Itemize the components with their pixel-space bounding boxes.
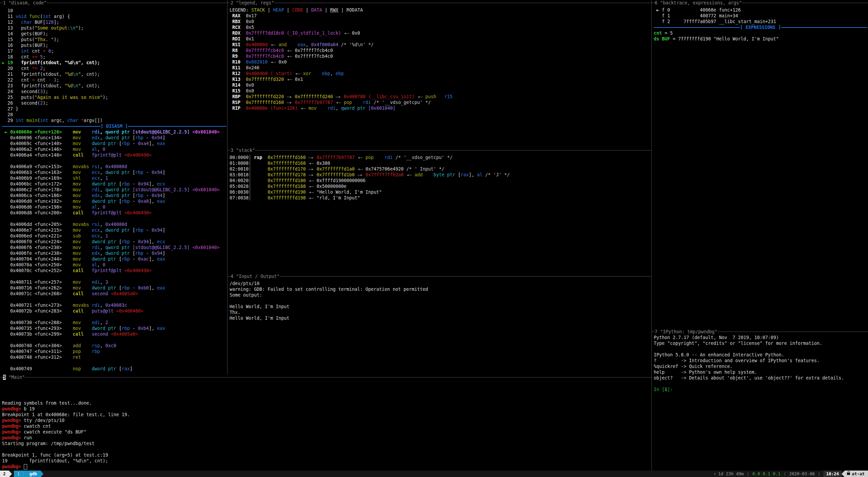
pane-main-gdb: 5 "Main" Reading symbols from test...don… xyxy=(0,374,651,471)
terminal-line: 0x40071c <func+268> call second <0x4005a… xyxy=(2,291,227,297)
gdb-console-content[interactable]: Reading symbols from test...done.pwndbg>… xyxy=(2,400,651,470)
terminal-line: 0x400704 <func+244> mov dword ptr [rbp -… xyxy=(2,256,227,262)
terminal-line: 03:0018│ 0x7fffffffd178 —▸ 0x7fffffffd1b… xyxy=(230,172,651,178)
pane-title-main: 5 "Main" xyxy=(0,374,651,380)
terminal-line: Hello World, I'm Input xyxy=(230,304,651,310)
terminal-line: R14 0x0 xyxy=(230,82,651,88)
border-line xyxy=(228,3,231,3)
powerline-arrow-icon xyxy=(40,471,43,477)
terminal-line: 24 second(3); xyxy=(2,89,227,94)
terminal-line: 17 int cnt = 0; xyxy=(2,48,227,54)
backtrace-content[interactable]: ► f 0 40068e func+126 f 1 400772 main+34… xyxy=(654,7,867,42)
terminal-line: 0x400740 <func+304> add rsp, 0xc0 xyxy=(2,343,227,349)
terminal-line: ► 0x40068e <func+126> mov rdi, qword ptr… xyxy=(2,129,227,135)
terminal-line: 0x4006ed <func+221> sub ecx, 1 xyxy=(2,233,227,239)
terminal-line: RDX 0x7ffff7dd18c0 (_IO_stdfile_1_lock) … xyxy=(230,30,651,36)
stack-content[interactable]: 00:0000│ rsp 0x7fffffffd160 —▸ 0x7ffff7b… xyxy=(230,155,651,201)
terminal-line: RCX 0x5 xyxy=(230,24,651,30)
pane-legend-regs: 2 "legend, regs" LEGEND: STACK | HEAP | … xyxy=(228,0,651,147)
terminal-line: 0x4006c2 <func+178> mov rdi, qword ptr [… xyxy=(2,187,227,193)
terminal-line: 0x4006a4 <func+148> call fprintf@plt <0x… xyxy=(2,152,227,158)
terminal-line: 14 gets(BUF); xyxy=(2,31,227,37)
registers-content[interactable]: LEGEND: STACK | HEAP | CODE | DATA | RWX… xyxy=(230,7,651,111)
terminal-line: 0x40069c <func+140> mov dword ptr [rbp -… xyxy=(2,141,227,146)
terminal-line: 0x4006b3 <func+163> mov ecx, dword ptr [… xyxy=(2,170,227,175)
pane-name: "disasm, code" xyxy=(6,0,47,5)
window-name: gdb xyxy=(30,471,37,477)
window-number: 1 xyxy=(17,471,20,477)
pane-title-ipython: 7 "IPython: tmp/pwndbg" xyxy=(652,329,868,335)
terminal-line: 10 xyxy=(2,8,227,14)
chevron-left-icon: ⟨ xyxy=(815,471,824,476)
pane-number: 7 xyxy=(655,329,657,334)
terminal-line: R13 0x7fffffffd320 ◂— 0x1 xyxy=(230,76,651,82)
terminal-line: RSI 0x40080d ◂— and eax, 0x4f000a64 /* '… xyxy=(230,42,651,48)
pane-name: "legend, regs" xyxy=(233,0,274,5)
terminal-line: Python 2.7.17 (default, Nov 7 2019, 10:0… xyxy=(654,335,867,340)
chevron-left-icon: ⟨ xyxy=(780,471,789,476)
terminal-line: 0x4006a2 <func+146> mov al, 0 xyxy=(2,146,227,152)
terminal-line: 0x400711 <func+257> mov edi, 3 xyxy=(2,279,227,285)
terminal-line: 21 fprintf(stdout, "%d\n", cnt); xyxy=(2,71,227,77)
pane-title-disasm-code: 1 "disasm, code" xyxy=(0,0,227,6)
pane-name: "Main" xyxy=(6,375,25,380)
terminal-line: Reading symbols from test...done. xyxy=(2,400,651,406)
terminal-line: Starting program: /tmp/pwndbg/test xyxy=(2,441,651,446)
hostname-text: at-at xyxy=(852,471,865,477)
terminal-line: 0x400696 <func+134> mov edx, dword ptr [… xyxy=(2,135,227,141)
pane-title-stack: 3 "stack" xyxy=(228,147,651,153)
terminal-line: 0x4006f6 <func+230> mov rdi, qword ptr [… xyxy=(2,245,227,250)
terminal-line: 0x400749 nop dword ptr [rax] xyxy=(2,366,227,372)
terminal-line: RAX 0x17 xyxy=(230,13,651,19)
pane-number-active: 5 xyxy=(3,375,6,380)
terminal-line: 0x4006a9 <func+153> movabs rsi, 0x40080d xyxy=(2,164,227,170)
border-line xyxy=(228,276,231,277)
terminal-line: 0x4006f0 <func+224> mov dword ptr [rbp -… xyxy=(2,239,227,245)
terminal-line: 0x4006e7 <func+215> mov ecx, dword ptr [… xyxy=(2,227,227,233)
terminal-line: pwndbg> cwatch execute "ds BUF" xyxy=(2,429,651,435)
uptime-value: 1d 23h 49m xyxy=(718,471,744,476)
terminal-line: 01:0008│ 0x7fffffffd168 ◂— 0x380 xyxy=(230,160,651,166)
terminal-line xyxy=(2,360,227,366)
section-separator: [ DISASM ] xyxy=(2,123,227,129)
terminal-line: 18 cnt += 5; xyxy=(2,54,227,60)
border-line xyxy=(652,3,655,3)
terminal-line: LEGEND: STACK | HEAP | CODE | DATA | RWX… xyxy=(230,7,651,13)
terminal-line: 27 } xyxy=(2,106,227,112)
terminal-line: Some output: xyxy=(230,292,651,298)
terminal-line: f 1 400772 main+34 xyxy=(654,13,867,19)
terminal-line: 0x40073b <func+299> call second <0x4005a… xyxy=(2,331,227,337)
pane-number: 4 xyxy=(231,274,233,279)
session-name-badge[interactable]: 2 xyxy=(0,471,9,477)
disasm-code-content[interactable]: 10 11 void func(int arg) { 12 char BUF[1… xyxy=(2,8,227,372)
terminal-line: 05:0028│ 0x7fffffffd188 ◂— 0x50000000e xyxy=(230,183,651,189)
lock-icon xyxy=(847,473,850,475)
border-line xyxy=(0,3,3,3)
window-tab-gdb[interactable]: 1〉gdb xyxy=(14,471,41,477)
terminal-line: 28 xyxy=(2,112,227,118)
terminal-line: Breakpoint 1, func (arg=5) at test.c:19 xyxy=(2,452,651,458)
program-output-content[interactable]: /dev/pts/10warning: GDB: Failed to set c… xyxy=(230,281,651,321)
status-right: ↑ 1d 23h 49m ⟨ 0.0 0.1 0.1 ⟨ 2020-03-06 … xyxy=(711,471,868,477)
date-value: 2020-03-06 xyxy=(789,471,815,476)
terminal-line: 0x400721 <func+273> movabs rdi, 0x40083c xyxy=(2,302,227,308)
terminal-line: Breakpoint 1 at 0x40068e: file test.c, l… xyxy=(2,412,651,418)
terminal-line: 25 puts("Again as it was so nice"); xyxy=(2,94,227,100)
terminal-line: f 2 7ffff7a05b97 __libc_start_main+231 xyxy=(654,19,867,24)
pane-ipython: 7 "IPython: tmp/pwndbg" Python 2.7.17 (d… xyxy=(651,329,868,471)
hostname-badge: at-at xyxy=(845,471,868,477)
terminal-line: pwndbg> b 19 xyxy=(2,406,651,412)
terminal-line: R11 0x246 xyxy=(230,65,651,71)
terminal-line xyxy=(2,216,227,222)
terminal-line: 22 cnt = cnt - 1; xyxy=(2,77,227,83)
terminal-line: IPython 5.8.0 -- An enhanced Interactive… xyxy=(654,352,867,358)
terminal-line: 0x400730 <func+288> mov edi, 2 xyxy=(2,320,227,325)
terminal-line: 04:0020│ 0x7fffffffd180 ◂— 0xffffd190000… xyxy=(230,178,651,183)
terminal-line: ? -> Introduction and overview of IPytho… xyxy=(654,358,867,364)
uptime-arrow-icon: ↑ xyxy=(711,471,718,476)
status-left: 2 1〉gdb xyxy=(0,471,43,477)
terminal-line: 26 second(2); xyxy=(2,100,227,106)
terminal-line xyxy=(2,297,227,302)
pane-stack: 3 "stack" 00:0000│ rsp 0x7fffffffd160 —▸… xyxy=(228,147,651,273)
ipython-console-content[interactable]: Python 2.7.17 (default, Nov 7 2019, 10:0… xyxy=(654,335,867,392)
